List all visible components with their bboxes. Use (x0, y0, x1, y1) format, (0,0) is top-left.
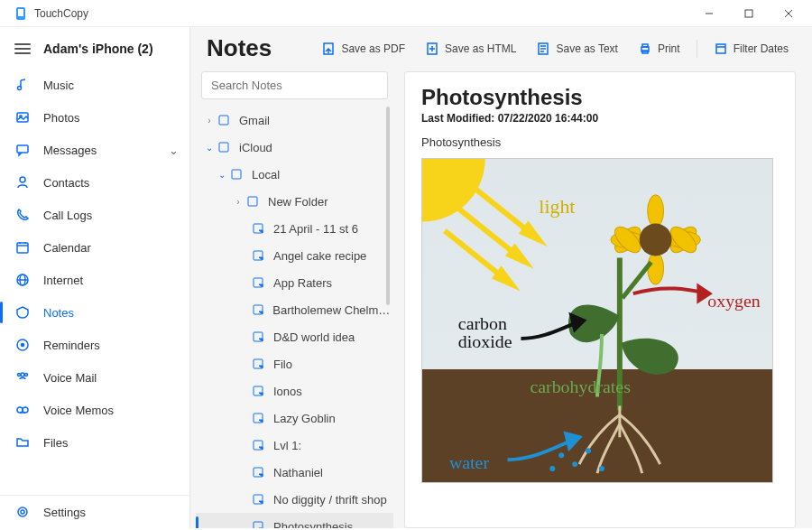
save-pdf-button[interactable]: Save as PDF (314, 38, 412, 60)
note-icon (252, 492, 266, 507)
menu-icon[interactable] (14, 43, 31, 54)
chevron-right-icon: › (232, 197, 245, 207)
note-icon (252, 302, 265, 317)
calendar-icon (14, 239, 31, 256)
note-body-text: Photosynthesis (421, 135, 779, 149)
note-icon (252, 357, 266, 371)
svg-text:carbon: carbon (458, 313, 507, 333)
chevron-down-icon: ⌄ (216, 170, 228, 180)
svg-point-6 (18, 87, 22, 90)
filter-icon (714, 42, 728, 56)
svg-point-81 (549, 466, 555, 471)
note-icon (252, 384, 266, 398)
toolbar: Save as PDF Save as HTML Save as Text Pr… (314, 38, 796, 60)
tree-note[interactable]: No diggity / thrift shop (196, 486, 393, 513)
sidebar-item-messages[interactable]: Messages ⌄ (0, 134, 189, 166)
sidebar-item-voice-mail[interactable]: Voice Mail (0, 361, 189, 394)
voice-memos-icon (14, 402, 31, 418)
svg-point-70 (640, 224, 672, 256)
print-button[interactable]: Print (631, 38, 687, 60)
sidebar-item-reminders[interactable]: Reminders (0, 329, 189, 361)
tree-folder-gmail[interactable]: ›Gmail (196, 107, 393, 134)
svg-marker-56 (522, 226, 539, 240)
svg-point-78 (572, 461, 577, 467)
svg-point-19 (22, 344, 24, 347)
svg-point-10 (20, 177, 25, 182)
svg-point-26 (18, 507, 27, 516)
svg-rect-1 (18, 9, 23, 16)
chevron-down-icon: ⌄ (203, 143, 216, 153)
folder-icon (217, 113, 232, 127)
svg-marker-58 (510, 247, 526, 262)
phone-icon (14, 207, 31, 223)
folder-icon (246, 194, 261, 209)
save-text-button[interactable]: Save as Text (529, 38, 624, 60)
tree-folder-local[interactable]: ⌄Local (196, 161, 393, 188)
messages-icon (14, 142, 31, 158)
note-icon (252, 465, 266, 479)
notes-tree-panel: ›Gmail ⌄iCloud ⌄Local ›New Folder 21 Apr… (190, 71, 393, 528)
window-minimize-button[interactable] (689, 0, 729, 27)
folder-icon (217, 140, 232, 154)
app-title: TouchCopy (34, 7, 88, 20)
sidebar-item-settings[interactable]: Settings (0, 496, 189, 528)
tree-note[interactable]: Ionos (196, 377, 393, 404)
note-title: Photosynthesis (421, 85, 779, 110)
window-close-button[interactable] (769, 0, 808, 27)
svg-point-23 (17, 407, 23, 413)
svg-rect-37 (716, 44, 725, 53)
svg-rect-3 (745, 10, 752, 17)
tree-note[interactable]: Lazy Goblin (196, 404, 393, 432)
svg-text:dioxide: dioxide (458, 331, 512, 351)
app-logo-icon (14, 6, 29, 21)
save-html-button[interactable]: Save as HTML (418, 38, 523, 60)
tree-note-selected[interactable]: Photosynthesis (196, 513, 393, 528)
sidebar-item-notes[interactable]: Notes (0, 296, 189, 329)
tree-note[interactable]: Bartholemew Chelmswo (196, 296, 393, 323)
sidebar-item-files[interactable]: Files (0, 426, 189, 459)
sidebar-item-call-logs[interactable]: Call Logs (0, 199, 189, 231)
svg-rect-40 (219, 143, 228, 152)
tree-note[interactable]: 21 April - 11 st 6 (196, 215, 393, 242)
tree-folder-icloud[interactable]: ⌄iCloud (196, 134, 393, 161)
notes-tree[interactable]: ›Gmail ⌄iCloud ⌄Local ›New Folder 21 Apr… (196, 107, 393, 528)
svg-point-20 (21, 373, 24, 377)
sidebar-item-calendar[interactable]: Calendar (0, 231, 189, 264)
svg-point-77 (558, 452, 564, 458)
svg-point-27 (21, 510, 24, 514)
tree-note[interactable]: App Raters (196, 269, 393, 296)
svg-rect-42 (248, 197, 257, 206)
sidebar-item-internet[interactable]: Internet (0, 264, 189, 296)
filter-dates-button[interactable]: Filter Dates (706, 38, 796, 60)
sidebar-item-voice-memos[interactable]: Voice Memos (0, 394, 189, 426)
tree-note[interactable]: Filo (196, 350, 393, 377)
tree-note[interactable]: Lvl 1: (196, 432, 393, 459)
window-titlebar: TouchCopy (0, 0, 812, 27)
svg-rect-41 (232, 170, 241, 179)
svg-point-62 (648, 195, 664, 228)
tree-note[interactable]: Angel cake recipe (196, 242, 393, 269)
contacts-icon (14, 174, 31, 191)
folder-icon (230, 167, 245, 181)
voicemail-icon (14, 369, 31, 386)
sidebar-item-music[interactable]: Music (0, 69, 189, 101)
sidebar-item-photos[interactable]: Photos (0, 101, 189, 134)
music-icon (14, 77, 31, 93)
chevron-right-icon: › (203, 116, 216, 126)
note-icon (252, 519, 266, 528)
svg-marker-76 (566, 433, 579, 448)
globe-icon (14, 272, 31, 288)
svg-rect-9 (17, 145, 28, 153)
reminders-icon (14, 337, 31, 353)
diagram-label-oxygen: oxygen (707, 291, 761, 311)
page-title: Notes (207, 34, 272, 62)
print-icon (638, 42, 652, 56)
tree-folder-newfolder[interactable]: ›New Folder (196, 188, 393, 215)
tree-note[interactable]: Nathaniel (196, 459, 393, 486)
tree-note[interactable]: D&D world idea (196, 323, 393, 350)
svg-point-80 (599, 466, 604, 471)
search-input[interactable] (201, 71, 388, 99)
window-maximize-button[interactable] (729, 0, 769, 27)
sidebar-item-contacts[interactable]: Contacts (0, 166, 189, 199)
svg-rect-54 (254, 522, 263, 528)
